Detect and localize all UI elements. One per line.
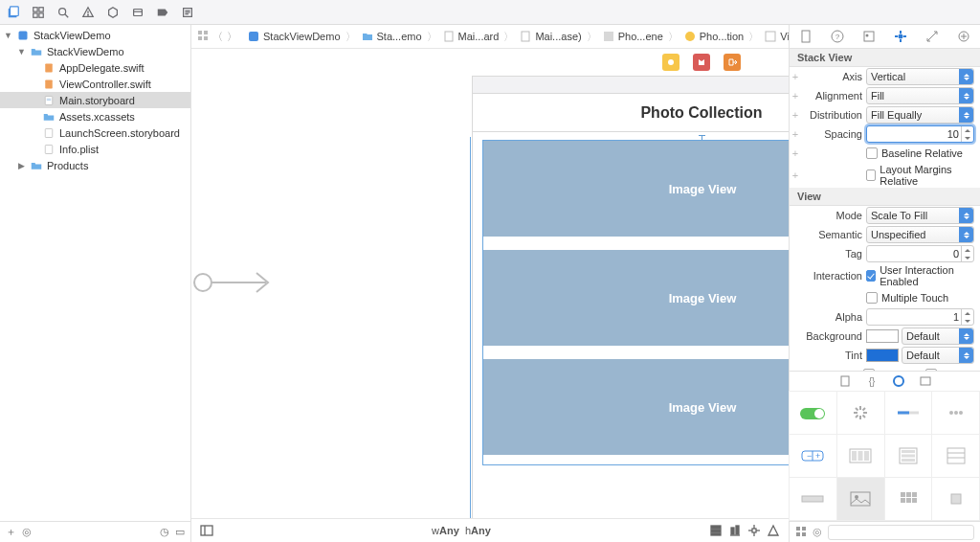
ib-canvas[interactable]: Photo Collection Image View Image View I… — [191, 49, 789, 518]
size-inspector-icon[interactable] — [924, 28, 941, 45]
scm-filter-icon[interactable]: ▭ — [175, 526, 185, 538]
recent-filter-icon[interactable]: ◷ — [160, 526, 169, 538]
add-icon[interactable]: ＋ — [6, 525, 16, 539]
tint-swatch[interactable] — [866, 349, 899, 362]
object-library: −+ — [790, 392, 980, 521]
align-icon[interactable] — [725, 522, 745, 539]
lib-stepper[interactable]: −+ — [789, 434, 837, 478]
lib-imageview[interactable] — [836, 477, 885, 521]
tint-popup[interactable]: Default — [902, 347, 974, 364]
svg-rect-100 — [901, 498, 905, 503]
jump-bar-item[interactable]: Pho...ene — [598, 25, 667, 48]
pin-icon[interactable] — [745, 522, 764, 539]
breakpoint-navigator-icon[interactable] — [155, 5, 170, 20]
lib-page-control[interactable] — [931, 391, 980, 435]
lib-progress-view[interactable] — [884, 391, 933, 435]
filter-icon[interactable]: ◎ — [813, 526, 822, 538]
initial-vc-arrow[interactable] — [191, 263, 278, 304]
svg-rect-99 — [912, 492, 917, 497]
filter-icon[interactable]: ◎ — [22, 526, 32, 538]
svg-rect-52 — [752, 529, 756, 532]
connections-inspector-icon[interactable] — [955, 28, 972, 45]
svg-text:+: + — [815, 451, 820, 461]
file-template-lib-icon[interactable] — [838, 374, 852, 388]
group-row[interactable]: ▼ StackViewDemo — [0, 43, 190, 59]
mode-popup[interactable]: Scale To Fill — [866, 207, 974, 224]
navigation-bar[interactable]: Photo Collection — [473, 94, 789, 132]
vc-icon[interactable] — [662, 54, 679, 71]
status-bar — [473, 77, 789, 94]
related-items-icon[interactable] — [197, 30, 209, 43]
jump-bar-item[interactable]: Mai...ase) — [515, 25, 585, 48]
baseline-checkbox[interactable]: Baseline Relative — [866, 147, 963, 159]
file-row[interactable]: LaunchScreen.storyboard — [0, 124, 190, 141]
media-lib-icon[interactable] — [919, 374, 932, 388]
stepper-down[interactable] — [962, 134, 973, 142]
file-row[interactable]: ViewController.swift — [0, 76, 190, 92]
debug-navigator-icon[interactable] — [130, 5, 145, 20]
report-navigator-icon[interactable] — [180, 5, 195, 20]
distribution-popup[interactable]: Fill Equally — [866, 106, 974, 124]
bg-swatch[interactable] — [866, 329, 899, 343]
bg-popup[interactable]: Default — [902, 327, 974, 345]
file-row[interactable]: AppDelegate.swift — [0, 59, 190, 76]
lib-tablecell[interactable] — [789, 477, 837, 521]
exit-icon[interactable] — [724, 54, 741, 71]
image-view[interactable]: Image View — [483, 250, 789, 346]
lib-collectionview[interactable] — [884, 477, 933, 521]
file-inspector-icon[interactable] — [797, 28, 814, 45]
document-outline-toggle[interactable] — [197, 522, 216, 539]
uie-checkbox[interactable]: User Interaction Enabled — [866, 264, 974, 287]
jump-bar-item[interactable]: Pho...tion — [679, 25, 747, 48]
products-row[interactable]: ▶ Products — [0, 157, 190, 173]
find-navigator-icon[interactable] — [56, 5, 71, 20]
stack-view-selection[interactable]: Image View Image View Image View — [482, 140, 789, 465]
svg-rect-86 — [864, 451, 869, 461]
code-snippet-lib-icon[interactable]: {} — [865, 374, 879, 388]
semantic-popup[interactable]: Unspecified — [866, 226, 974, 243]
library-search[interactable] — [828, 525, 974, 540]
project-navigator-icon[interactable] — [6, 5, 21, 20]
object-lib-icon[interactable] — [892, 374, 905, 388]
spacing-field[interactable]: 10 — [866, 125, 974, 143]
svg-line-71 — [863, 416, 866, 418]
stack-icon[interactable] — [706, 522, 725, 539]
lib-switch[interactable] — [789, 391, 837, 435]
lib-hstack[interactable] — [836, 434, 885, 478]
project-row[interactable]: ▼ StackViewDemo — [0, 27, 190, 43]
alignment-popup[interactable]: Fill — [866, 87, 974, 104]
jump-bar-item[interactable]: Sta...emo — [357, 25, 426, 48]
identity-inspector-icon[interactable] — [860, 28, 878, 45]
file-row-selected[interactable]: Main.storyboard — [0, 92, 190, 108]
grid-list-toggle-icon[interactable] — [795, 526, 807, 539]
file-row[interactable]: Info.plist — [0, 141, 190, 157]
issue-navigator-icon[interactable] — [80, 5, 96, 20]
symbol-navigator-icon[interactable] — [31, 5, 46, 20]
lib-tableview[interactable] — [931, 434, 980, 478]
jump-bar-item[interactable]: Mai...ard — [438, 25, 503, 48]
file-row[interactable]: Assets.xcassets — [0, 108, 190, 124]
test-navigator-icon[interactable] — [105, 5, 121, 20]
forward-icon[interactable]: 〉 — [227, 30, 237, 44]
multitouch-checkbox[interactable]: Multiple Touch — [866, 292, 948, 304]
view-controller-scene[interactable]: Photo Collection Image View Image View I… — [472, 76, 789, 518]
svg-rect-10 — [134, 9, 143, 15]
lib-vstack[interactable] — [884, 434, 933, 478]
lib-collectioncell[interactable] — [931, 477, 980, 521]
attributes-inspector-icon[interactable] — [892, 28, 909, 45]
back-icon[interactable]: 〈 — [212, 30, 223, 44]
resolve-issues-icon[interactable] — [764, 522, 783, 539]
first-responder-icon[interactable] — [693, 54, 710, 71]
quick-help-icon[interactable]: ? — [829, 28, 846, 45]
alpha-field[interactable]: 1 — [866, 308, 974, 326]
image-view[interactable]: Image View — [483, 141, 789, 237]
stepper-up[interactable] — [962, 126, 973, 134]
image-view[interactable]: Image View — [483, 359, 789, 455]
jump-bar-item[interactable]: StackViewDemo — [243, 25, 345, 48]
axis-popup[interactable]: Vertical — [866, 68, 974, 85]
lib-activity-indicator[interactable] — [836, 391, 885, 435]
margins-checkbox[interactable]: Layout Margins Relative — [866, 164, 974, 187]
svg-line-7 — [65, 13, 69, 17]
svg-rect-43 — [711, 530, 721, 532]
tag-field[interactable]: 0 — [866, 245, 974, 262]
